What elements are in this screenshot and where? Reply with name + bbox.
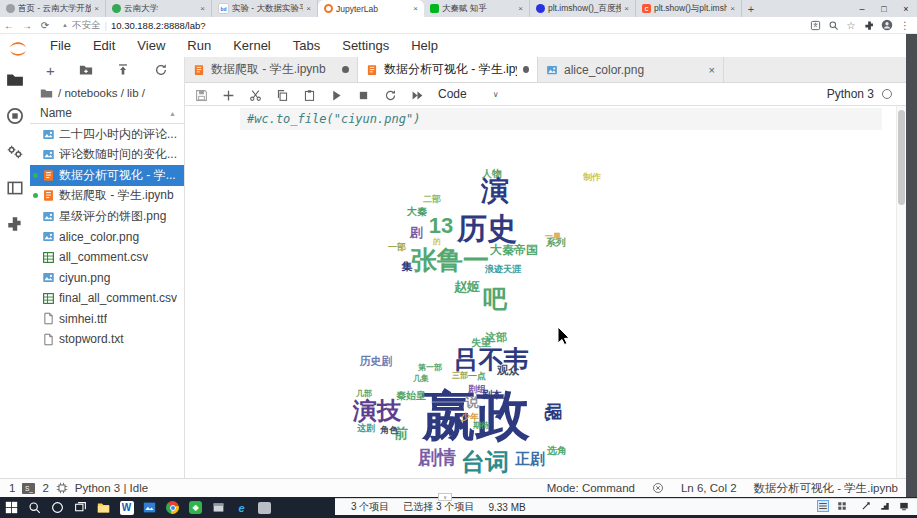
doc-tab-close-icon[interactable]: × <box>709 64 715 76</box>
cursor-position[interactable]: Ln 6, Col 2 <box>681 482 737 494</box>
menu-run[interactable]: Run <box>176 38 222 53</box>
word-app-icon[interactable]: W <box>119 500 134 515</box>
browser-menu-icon[interactable]: ⋮ <box>899 19 911 31</box>
new-folder-icon[interactable] <box>79 63 93 77</box>
menu-edit[interactable]: Edit <box>82 38 126 53</box>
photos-app-icon[interactable] <box>142 500 157 515</box>
tab-close-icon[interactable]: × <box>730 4 735 13</box>
thumbnail-view-icon[interactable] <box>837 501 847 511</box>
menu-tabs[interactable]: Tabs <box>282 38 331 53</box>
run-cell-icon[interactable] <box>330 88 343 101</box>
tray-icon-3[interactable] <box>899 501 909 511</box>
restart-run-all-icon[interactable] <box>411 88 424 101</box>
file-explorer-icon[interactable] <box>96 500 111 515</box>
security-chip[interactable]: ▲ 不安全 | 10.30.188.2:8888/lab? <box>62 19 205 32</box>
scrollbar-thumb[interactable] <box>898 110 905 205</box>
breadcrumb-path[interactable]: / notebooks / lib / <box>58 87 145 99</box>
tab-close-icon[interactable]: × <box>306 4 311 13</box>
stop-kernel-icon[interactable] <box>357 88 370 101</box>
tab-close-icon[interactable]: × <box>518 4 523 13</box>
file-row[interactable]: 评论数随时间的变化... <box>30 145 184 166</box>
extension-manager-icon[interactable] <box>6 215 24 233</box>
new-launcher-icon[interactable]: + <box>46 63 55 78</box>
doc-tab[interactable]: 数据爬取 - 学生.ipynb <box>185 57 358 82</box>
kernel-status-text[interactable]: Python 3 | Idle <box>75 482 148 494</box>
details-view-icon[interactable] <box>818 501 828 511</box>
tray-icon-1[interactable] <box>861 501 871 511</box>
upload-icon[interactable] <box>116 63 130 77</box>
explorer-scroll-chevron[interactable]: ∨ <box>438 493 452 501</box>
file-row[interactable]: simhei.ttf <box>30 309 184 330</box>
green-app-icon[interactable]: ◆ <box>188 500 203 515</box>
sort-arrow-icon[interactable]: ▲ <box>169 110 176 117</box>
translate-icon[interactable] <box>809 19 821 31</box>
file-row[interactable]: stopword.txt <box>30 329 184 350</box>
file-browser-icon[interactable] <box>6 71 24 89</box>
browser-tab[interactable]: plt.imshow()_百度搜索× <box>530 0 636 17</box>
browser-tab[interactable]: 大秦赋 知乎× <box>424 0 530 17</box>
tabs-panel-icon[interactable] <box>6 179 24 197</box>
file-row[interactable]: alice_color.png <box>30 227 184 248</box>
maximize-icon[interactable]: □ <box>873 4 895 14</box>
browser-tab[interactable]: 云南大学× <box>106 0 212 17</box>
zoom-icon[interactable] <box>827 19 839 31</box>
code-cell[interactable]: #wc.to_file("ciyun.png") <box>240 108 882 130</box>
minimize-icon[interactable]: – <box>851 4 873 14</box>
back-icon[interactable]: ← <box>0 20 18 31</box>
file-row[interactable]: all_comment.csv <box>30 247 184 268</box>
menu-settings[interactable]: Settings <box>331 38 400 53</box>
tab-close-icon[interactable]: × <box>94 4 99 13</box>
notebook-scrollbar[interactable] <box>896 106 906 478</box>
forward-icon[interactable]: → <box>18 20 36 31</box>
running-kernels-icon[interactable] <box>6 107 24 125</box>
save-icon[interactable] <box>195 88 208 101</box>
doc-tab[interactable]: alice_color.png× <box>538 57 724 82</box>
browser-tab[interactable]: Cplt.show()与plt.imshow()× <box>636 0 742 17</box>
menu-view[interactable]: View <box>126 38 176 53</box>
file-row[interactable]: ciyun.png <box>30 268 184 289</box>
close-icon[interactable]: × <box>895 4 917 14</box>
extensions-icon[interactable] <box>863 19 875 31</box>
window-app-icon[interactable] <box>211 500 226 515</box>
code-cell-source[interactable]: #wc.to_file("ciyun.png") <box>247 112 420 126</box>
new-tab-button[interactable]: + <box>742 0 760 17</box>
paste-cell-icon[interactable] <box>303 88 316 101</box>
kernels-count[interactable]: 2 <box>42 482 48 494</box>
copy-cell-icon[interactable] <box>276 88 289 101</box>
browser-tab[interactable]: 首页 - 云南大学开放平台× <box>0 0 106 17</box>
search-icon[interactable] <box>27 500 42 515</box>
commands-gears-icon[interactable] <box>6 143 24 161</box>
notification-bell-icon[interactable] <box>652 482 664 494</box>
file-row[interactable]: 星级评分的饼图.png <box>30 206 184 227</box>
url-text[interactable]: 10.30.188.2:8888/lab? <box>111 20 206 31</box>
file-list-header[interactable]: Name ▲ <box>30 103 184 124</box>
terminals-count[interactable]: 1 <box>9 482 15 494</box>
cell-type-dropdown[interactable]: Code ∨ <box>438 87 499 101</box>
tray-icon-2[interactable] <box>880 501 890 511</box>
chrome-icon[interactable] <box>165 500 180 515</box>
doc-tab[interactable]: 数据分析可视化 - 学生.ipynb <box>358 57 538 82</box>
reload-icon[interactable]: ⟳ <box>36 20 54 31</box>
refresh-icon[interactable] <box>154 63 168 77</box>
restart-kernel-icon[interactable] <box>384 88 397 101</box>
bookmark-star-icon[interactable]: ☆ <box>845 19 857 31</box>
file-row[interactable]: final_all_comment.csv <box>30 288 184 309</box>
tab-close-icon[interactable]: × <box>413 4 418 13</box>
browser-tab[interactable]: JupyterLab× <box>318 0 424 17</box>
file-row[interactable]: 数据分析可视化 - 学... <box>30 165 184 186</box>
profile-avatar[interactable] <box>881 19 893 31</box>
breadcrumb[interactable]: / notebooks / lib / <box>30 83 184 103</box>
cortana-icon[interactable] <box>50 500 65 515</box>
cut-cell-icon[interactable] <box>249 88 262 101</box>
menu-file[interactable]: File <box>39 38 82 53</box>
ie-icon[interactable]: e <box>234 500 249 515</box>
kernel-indicator[interactable]: Python 3 <box>827 87 906 101</box>
home-folder-icon[interactable] <box>40 87 53 100</box>
start-button[interactable] <box>4 500 19 515</box>
file-row[interactable]: 二十四小时内的评论... <box>30 124 184 145</box>
menu-kernel[interactable]: Kernel <box>222 38 282 53</box>
gray-app-icon[interactable] <box>257 500 272 515</box>
browser-tab[interactable]: bd实验 - 大数据实验平台× <box>212 0 318 17</box>
file-row[interactable]: 数据爬取 - 学生.ipynb <box>30 186 184 207</box>
mode-indicator[interactable]: Mode: Command <box>547 482 635 494</box>
